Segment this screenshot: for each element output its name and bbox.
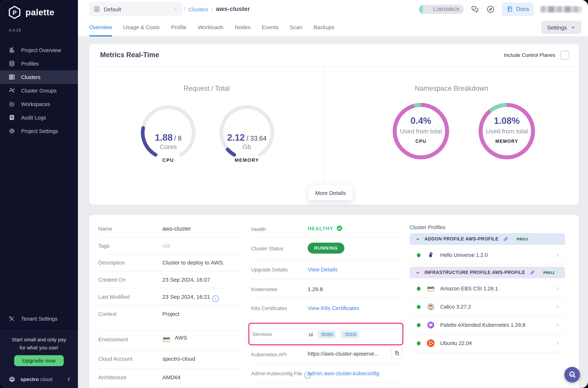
chevron-right-icon — [555, 341, 560, 346]
divider — [98, 369, 242, 369]
cpu-gauge-value: 1.88 / 8 — [141, 132, 196, 143]
status-dot-green — [417, 253, 421, 257]
brand-name: palette — [25, 7, 54, 18]
service-port-link-3000[interactable]: :3000 — [340, 330, 359, 338]
sidebar-item-label: Project Settings — [21, 128, 58, 134]
detail-label: Tags — [98, 243, 109, 249]
namespace-cpu-donut: 0.4% Used from total CPU — [390, 100, 452, 162]
topbar: Default / Clusters / aws-cluster 1.29/10… — [78, 0, 588, 18]
profile-layer-amazon-ebs-csi[interactable]: aws Amazon EBS CSI 1.26.1 — [410, 280, 565, 297]
sidebar-item-profiles[interactable]: Profiles — [0, 57, 78, 70]
promo-text: Start small and only pay for what you us… — [0, 336, 78, 352]
layers-icon — [8, 60, 15, 67]
calico-icon — [426, 302, 435, 311]
info-icon[interactable]: i — [212, 295, 219, 302]
environment-value: aws AWS — [162, 335, 187, 342]
aws-logo-icon: aws — [426, 284, 435, 293]
tab-workloads[interactable]: Workloads — [198, 18, 223, 36]
compass-icon[interactable] — [486, 4, 495, 14]
tab-nodes[interactable]: Nodes — [235, 18, 250, 36]
memory-gauge-unit: Gb — [220, 143, 274, 151]
sidebar-item-project-overview[interactable]: Project Overview — [0, 43, 78, 57]
include-control-planes-checkbox[interactable] — [560, 50, 569, 60]
created-on-value: 23 Sep 2024, 16:07 — [162, 276, 210, 283]
request-total-title: Request / Total — [89, 85, 324, 93]
memory-gauge-value: 2.12 / 33.64 — [220, 132, 274, 143]
docs-button[interactable]: Docs — [501, 2, 534, 16]
divider — [98, 305, 242, 305]
search-fab-button[interactable] — [564, 367, 580, 383]
tab-backups[interactable]: Backups — [314, 18, 334, 36]
namespace-memory-caption: Used from total — [476, 128, 538, 135]
pxk-hexagon-icon — [426, 321, 435, 329]
sidebar-item-workspaces[interactable]: Workspaces — [0, 97, 78, 111]
addon-profile-header[interactable]: ADDON PROFILE AWS-PROFILE PROJ — [410, 233, 565, 245]
tab-events[interactable]: Events — [262, 18, 278, 36]
chevron-down-icon — [570, 25, 576, 30]
include-control-planes-label: Include Control Planes — [504, 52, 555, 58]
profile-layer-name: Hello Universe 1.2.0 — [440, 252, 488, 258]
copy-icon[interactable] — [391, 348, 402, 359]
breadcrumb-current: aws-cluster — [216, 5, 250, 13]
divider — [98, 254, 242, 255]
project-selector[interactable]: Default — [89, 2, 182, 16]
sidebar-item-label: Clusters — [21, 74, 40, 80]
namespace-memory-percent: 1.08% — [476, 116, 538, 126]
kubeconfig-download-link[interactable]: admin.aws-cluster.kubeconfig — [308, 370, 379, 376]
profile-layer-ubuntu[interactable]: Ubuntu 22.04 — [410, 335, 565, 352]
sidebar-item-label: Workspaces — [21, 101, 50, 107]
more-details-button[interactable]: More Details — [308, 185, 353, 200]
usage-quota-badge: 1.29/100kCh — [419, 4, 464, 14]
detail-label: Kubernetes API — [251, 352, 287, 357]
tab-usage-costs[interactable]: Usage & Costs — [123, 18, 160, 36]
sidebar-item-clusters[interactable]: Clusters — [0, 70, 78, 84]
sidebar-item-tenant-settings[interactable]: Tenant Settings — [0, 312, 78, 326]
upgrade-now-button[interactable]: Upgrade now — [14, 355, 64, 366]
namespace-cpu-caption: Used from total — [390, 128, 452, 135]
settings-button[interactable]: Settings — [542, 21, 581, 34]
palette-app-window: P palette 4.4.19 Project Overview — [0, 0, 588, 388]
cluster-status-badge: RUNNING — [308, 243, 344, 254]
memory-gauge-label: MEMORY — [220, 157, 274, 163]
tab-scan[interactable]: Scan — [290, 18, 302, 36]
view-details-link[interactable]: View Details — [308, 266, 338, 272]
tab-overview[interactable]: Overview — [89, 18, 112, 36]
profile-layer-calico[interactable]: Calico 3.27.2 — [410, 298, 565, 315]
infrastructure-profile-header[interactable]: INFRASTRUCTURE PROFILE AWS-PROFILE PROJ — [410, 267, 565, 278]
breadcrumb-clusters-link[interactable]: Clusters — [188, 6, 208, 12]
cluster-tabs-bar: Overview Usage & Costs Profile Workloads… — [78, 18, 588, 37]
sidebar-item-label: Project Overview — [21, 47, 61, 53]
sidebar-item-project-settings[interactable]: Project Settings — [0, 124, 78, 138]
project-chart-icon — [93, 6, 100, 12]
user-name-redacted[interactable] — [541, 6, 581, 12]
sidebar-nav: Project Overview Profiles — [0, 43, 78, 138]
collapse-sidebar-icon[interactable] — [66, 377, 71, 382]
brand: P palette — [7, 5, 54, 20]
health-status: HEALTHY — [308, 225, 342, 231]
metrics-realtime-card: Metrics Real-Time Include Control Planes… — [89, 44, 579, 205]
profile-layer-palette-extended-kubernetes[interactable]: Palette eXtended Kubernetes 1.29.8 — [410, 316, 565, 334]
sidebar-item-audit-logs[interactable]: Audit Logs — [0, 111, 78, 124]
app-version: 4.4.19 — [9, 28, 21, 33]
tags-value: n/a — [162, 243, 170, 249]
cluster-profiles-title: Cluster Profiles — [410, 224, 446, 230]
sidebar-item-cluster-groups[interactable]: Cluster Groups — [0, 84, 78, 97]
namespace-cpu-percent: 0.4% — [390, 116, 452, 126]
link-icon — [503, 236, 509, 242]
chat-icon[interactable] — [470, 4, 479, 14]
profile-layer-hello-universe[interactable]: Hello Universe 1.2.0 — [410, 246, 565, 264]
sidebar-item-label: Cluster Groups — [21, 88, 57, 94]
view-k8s-certificates-link[interactable]: View K8s Certificates — [308, 305, 359, 311]
detail-label: Services — [252, 331, 309, 337]
quota-value: 1.29/100kCh — [432, 4, 459, 14]
detail-label: Kubernetes — [251, 286, 277, 292]
memory-gauge: 2.12 / 33.64 Gb MEMORY — [220, 105, 274, 164]
infrastructure-profile-label: INFRASTRUCTURE PROFILE AWS-PROFILE — [425, 270, 525, 275]
detail-label: Health — [251, 226, 266, 232]
namespace-memory-donut: 1.08% Used from total MEMORY — [476, 100, 538, 162]
cpu-gauge-label: CPU — [141, 157, 196, 163]
network-icon — [8, 87, 15, 94]
tab-profile[interactable]: Profile — [171, 18, 186, 36]
spectro-cloud-logo-icon — [7, 374, 17, 384]
service-port-link-8080[interactable]: :8080 — [317, 330, 336, 338]
